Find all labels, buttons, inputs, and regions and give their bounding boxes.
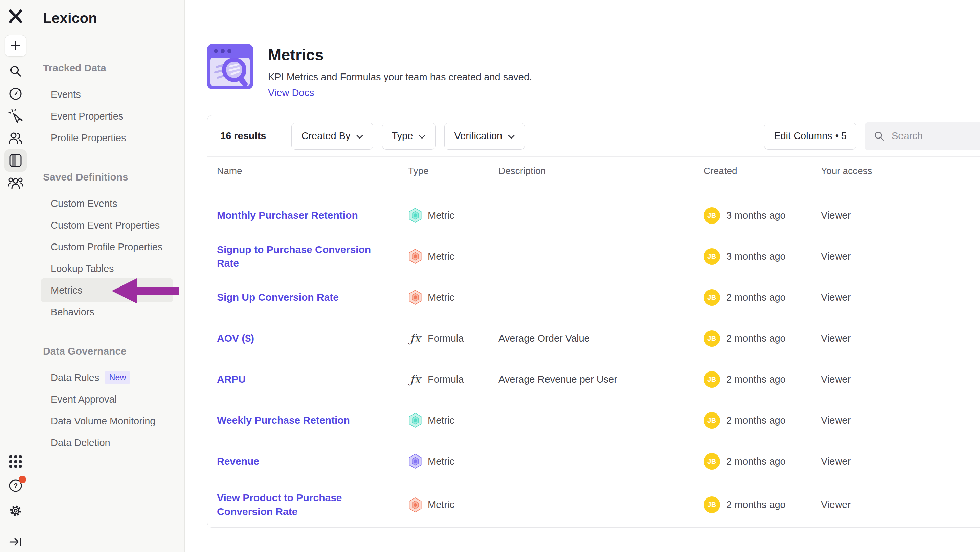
- filter-type-label: Type: [392, 130, 413, 142]
- table-row: Sign Up Conversion Rate Metric JB 2 mont…: [207, 277, 980, 318]
- users-icon[interactable]: [8, 131, 23, 146]
- cell-description: Average Revenue per User: [489, 359, 694, 400]
- search-input[interactable]: [892, 130, 976, 142]
- sidebar-item-event-properties[interactable]: Event Properties: [31, 105, 185, 127]
- cell-created: JB 2 months ago: [694, 359, 811, 400]
- sidebar-item-data-rules[interactable]: Data RulesNew: [31, 367, 185, 388]
- avatar: JB: [703, 496, 720, 513]
- create-new-button[interactable]: [5, 35, 26, 57]
- sidebar-item-event-approval[interactable]: Event Approval: [31, 388, 185, 410]
- filter-bar: 16 results Created By Type Verification …: [207, 115, 980, 157]
- metric-name-link[interactable]: Monthly Purchaser Retention: [217, 209, 374, 222]
- filter-type[interactable]: Type: [382, 123, 436, 150]
- type-label: Metric: [428, 210, 455, 221]
- metric-name-link[interactable]: AOV ($): [217, 332, 270, 345]
- formula-icon: ƒx: [408, 373, 422, 386]
- cell-created: JB 3 months ago: [694, 236, 811, 277]
- cell-type: Metric: [399, 195, 489, 236]
- cell-description: Average Order Value: [489, 318, 694, 359]
- metric-name-link[interactable]: Revenue: [217, 455, 275, 468]
- type-label: Formula: [428, 333, 464, 344]
- view-docs-link[interactable]: View Docs: [268, 88, 314, 99]
- apps-grid-icon[interactable]: [9, 455, 22, 468]
- icon-rail: ?: [0, 0, 31, 552]
- column-header-access[interactable]: Your access: [811, 157, 980, 185]
- notification-dot: [19, 476, 26, 483]
- chevron-down-icon: [356, 134, 363, 139]
- page-title: Metrics: [268, 45, 532, 64]
- search-icon[interactable]: [9, 64, 22, 78]
- cell-created: JB 2 months ago: [694, 441, 811, 482]
- cell-description: [489, 236, 694, 277]
- sidebar-section-tracked-data: Tracked Data: [43, 62, 185, 74]
- sidebar-item-profile-properties[interactable]: Profile Properties: [31, 127, 185, 149]
- metric-name-link[interactable]: Sign Up Conversion Rate: [217, 290, 354, 305]
- edit-columns-button[interactable]: Edit Columns • 5: [764, 123, 856, 150]
- table-row: Weekly Purchase Retention Metric JB 2 mo…: [207, 400, 980, 441]
- cell-type: Metric: [399, 400, 489, 440]
- help-icon[interactable]: ?: [8, 478, 23, 493]
- cell-access: Viewer: [811, 277, 980, 317]
- sidebar-section-data-governance: Data Governance: [43, 345, 185, 357]
- search-box[interactable]: [865, 122, 980, 150]
- sidebar-item-custom-event-properties[interactable]: Custom Event Properties: [31, 214, 185, 236]
- search-icon: [873, 130, 885, 142]
- settings-gear-icon[interactable]: [8, 503, 23, 518]
- group-icon[interactable]: [8, 176, 23, 191]
- table-row: Revenue Metric JB 2 months ago Viewer: [207, 441, 980, 482]
- sidebar-item-lookup-tables[interactable]: Lookup Tables: [31, 258, 185, 279]
- column-header-created[interactable]: Created: [694, 157, 811, 185]
- metric-name-link[interactable]: View Product to Purchase Conversion Rate: [217, 491, 399, 518]
- cell-created: JB 2 months ago: [694, 400, 811, 440]
- type-label: Formula: [428, 374, 464, 385]
- sidebar-section-saved-definitions: Saved Definitions: [43, 171, 185, 183]
- cell-type: Metric: [399, 482, 489, 528]
- cell-type: Metric: [399, 236, 489, 277]
- filter-created-by[interactable]: Created By: [291, 123, 373, 150]
- column-header-name[interactable]: Name: [207, 157, 399, 185]
- cell-access: Viewer: [811, 236, 980, 277]
- avatar: JB: [703, 207, 720, 224]
- cell-created: JB 2 months ago: [694, 318, 811, 359]
- metric-teal-icon: [408, 207, 422, 223]
- table-row: Monthly Purchaser Retention Metric JB 3 …: [207, 195, 980, 236]
- cell-description: [489, 277, 694, 317]
- cell-created: JB 2 months ago: [694, 277, 811, 317]
- metric-name-link[interactable]: Signup to Purchase Conversion Rate: [217, 243, 399, 270]
- cell-type: Metric: [399, 277, 489, 317]
- activity-cursor-icon[interactable]: [8, 109, 23, 124]
- mixpanel-logo-icon[interactable]: [8, 8, 23, 24]
- metric-name-link[interactable]: ARPU: [217, 373, 261, 386]
- cell-name: View Product to Purchase Conversion Rate: [207, 482, 399, 528]
- cell-description: [489, 400, 694, 440]
- sidebar-item-data-deletion[interactable]: Data Deletion: [31, 432, 185, 453]
- cell-type: ƒx Formula: [399, 318, 489, 359]
- lexicon-book-icon[interactable]: [8, 153, 23, 168]
- sidebar-item-events[interactable]: Events: [31, 84, 185, 105]
- chevron-down-icon: [508, 134, 515, 139]
- metric-name-link[interactable]: Weekly Purchase Retention: [217, 413, 366, 428]
- sidebar-item-behaviors[interactable]: Behaviors: [31, 301, 185, 323]
- avatar: JB: [703, 248, 720, 265]
- column-header-type[interactable]: Type: [399, 157, 489, 185]
- cell-name: Signup to Purchase Conversion Rate: [207, 236, 399, 277]
- sidebar-item-custom-events[interactable]: Custom Events: [31, 193, 185, 214]
- metric-purple-icon: [408, 453, 422, 469]
- avatar: JB: [703, 371, 720, 388]
- column-header-description[interactable]: Description: [489, 157, 694, 185]
- cell-access: Viewer: [811, 318, 980, 359]
- sidebar-item-data-volume-monitoring[interactable]: Data Volume Monitoring: [31, 410, 185, 432]
- rail-divider: [0, 527, 31, 527]
- cell-name: ARPU: [207, 359, 399, 400]
- main-content: Metrics KPI Metrics and Formulas your te…: [185, 0, 980, 552]
- formula-icon: ƒx: [408, 332, 422, 345]
- type-label: Metric: [428, 499, 455, 511]
- type-label: Metric: [428, 415, 455, 426]
- cell-description: [489, 482, 694, 528]
- table-row: View Product to Purchase Conversion Rate…: [207, 482, 980, 528]
- filter-verification[interactable]: Verification: [444, 123, 525, 150]
- sidebar-item-custom-profile-properties[interactable]: Custom Profile Properties: [31, 236, 185, 258]
- collapse-sidebar-icon[interactable]: [9, 536, 22, 548]
- compass-icon[interactable]: [8, 87, 23, 101]
- metrics-table-card: 16 results Created By Type Verification …: [207, 115, 980, 528]
